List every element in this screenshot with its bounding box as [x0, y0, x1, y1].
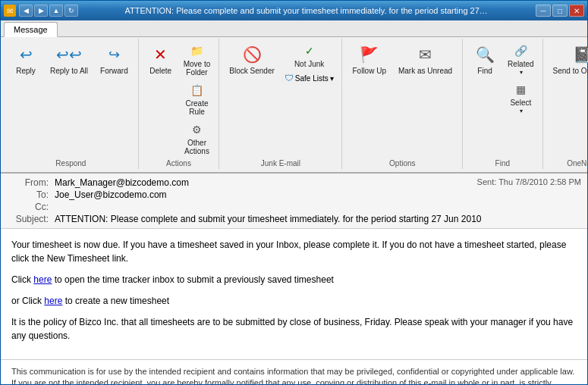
- options-group-label: Options: [389, 159, 415, 167]
- reply-all-button[interactable]: ↩↩ Reply to All: [45, 40, 93, 78]
- forward-label: Forward: [100, 67, 128, 76]
- block-sender-label: Block Sender: [229, 67, 274, 76]
- ribbon-group-onenote: 📓 Send to OneNote OneNote: [543, 39, 588, 169]
- find-label: Find: [477, 67, 492, 76]
- title-bar-left: ✉ ◀ ▶ ▲ ↻: [4, 5, 78, 17]
- cc-value: [55, 202, 581, 212]
- body-para2-pre: Click: [11, 274, 33, 285]
- body-para3-mid: to create a new timesheet: [62, 296, 169, 306]
- to-value: Joe_User@bizcodemo.com: [55, 189, 581, 200]
- ribbon-tab-bar: Message: [1, 20, 587, 37]
- forward-button[interactable]: ↪ Forward: [95, 40, 134, 78]
- nav-up-button[interactable]: ▲: [49, 5, 63, 17]
- nav-refresh-button[interactable]: ↻: [64, 5, 78, 17]
- main-window: ✉ ◀ ▶ ▲ ↻ ATTENTION: Please complete and…: [0, 0, 588, 385]
- header-cc-row: Cc:: [7, 201, 581, 213]
- select-button[interactable]: ▦ Select ▾: [504, 79, 537, 117]
- body-para2: Click here to open the time tracker inbo…: [11, 273, 577, 286]
- delete-button[interactable]: ✕ Delete: [143, 40, 178, 78]
- delete-icon: ✕: [149, 42, 173, 67]
- from-label: From:: [7, 177, 49, 188]
- header-subject-row: Subject: ATTENTION: Please complete and …: [7, 213, 581, 225]
- minimize-button[interactable]: ─: [536, 5, 551, 17]
- block-icon: 🚫: [240, 42, 264, 67]
- ribbon-group-junk: 🚫 Block Sender ✓ Not Junk 🛡 Safe Lists ▾…: [219, 39, 342, 169]
- title-bar-nav: ◀ ▶ ▲ ↻: [19, 5, 78, 17]
- related-button[interactable]: 🔗 Related ▾: [504, 40, 537, 78]
- to-label: To:: [7, 189, 49, 200]
- disclaimer-text: This communication is for use by the int…: [11, 366, 577, 384]
- actions-col: 📁 Move to Folder 📋 Create Rule ⚙ Other A…: [180, 40, 215, 158]
- body-para2-mid: to open the time tracker inbox to submit…: [52, 274, 334, 285]
- subject-label: Subject:: [7, 214, 49, 224]
- select-chevron: ▾: [520, 108, 523, 114]
- related-icon: 🔗: [512, 42, 529, 59]
- rule-icon: 📋: [189, 82, 206, 99]
- find-button[interactable]: 🔍 Find: [467, 40, 502, 78]
- ribbon-group-options: 🚩 Follow Up ✉ Mark as Unread Options: [342, 39, 463, 169]
- options-buttons: 🚩 Follow Up ✉ Mark as Unread: [347, 40, 458, 158]
- create-rule-button[interactable]: 📋 Create Rule: [180, 80, 215, 118]
- send-to-onenote-button[interactable]: 📓 Send to OneNote: [548, 40, 588, 78]
- body-para3-pre: or Click: [11, 296, 44, 306]
- onenote-buttons: 📓 Send to OneNote: [548, 40, 588, 158]
- other-actions-label: Other Actions: [184, 139, 209, 155]
- find-group-label: Find: [495, 159, 510, 167]
- create-rule-label: Create Rule: [186, 99, 209, 116]
- email-header: From: Mark_Manager@bizcodemo.com Sent: T…: [1, 174, 587, 229]
- onenote-icon: 📓: [570, 42, 588, 67]
- select-icon: ▦: [512, 81, 529, 98]
- email-disclaimer: This communication is for use by the int…: [1, 359, 587, 384]
- other-icon: ⚙: [189, 121, 206, 138]
- not-junk-label: Not Junk: [294, 60, 324, 68]
- email-body: Your timesheet is now due. If you have a…: [1, 229, 587, 359]
- subject-value: ATTENTION: Please complete and submit yo…: [55, 214, 581, 224]
- other-actions-button[interactable]: ⚙ Other Actions: [180, 119, 215, 158]
- junk-group-label: Junk E-mail: [261, 159, 300, 167]
- title-bar: ✉ ◀ ▶ ▲ ↻ ATTENTION: Please complete and…: [1, 1, 587, 20]
- safelist-icon: 🛡: [285, 73, 294, 83]
- safe-lists-button[interactable]: 🛡 Safe Lists ▾: [281, 71, 338, 85]
- respond-buttons: ↩ Reply ↩↩ Reply to All ↪ Forward: [8, 40, 134, 158]
- body-para1: Your timesheet is now due. If you have a…: [11, 238, 577, 265]
- cc-label: Cc:: [7, 202, 49, 212]
- related-chevron: ▾: [520, 69, 523, 76]
- select-label: Select: [510, 99, 531, 107]
- body-link1[interactable]: here: [33, 274, 52, 285]
- followup-icon: 🚩: [357, 42, 382, 67]
- reply-button[interactable]: ↩ Reply: [8, 40, 43, 78]
- find-col: 🔗 Related ▾ ▦ Select ▾: [504, 40, 537, 117]
- ribbon-group-respond: ↩ Reply ↩↩ Reply to All ↪ Forward Respon…: [4, 39, 139, 169]
- delete-label: Delete: [149, 67, 171, 76]
- actions-group-label: Actions: [166, 159, 191, 167]
- move-to-folder-button[interactable]: 📁 Move to Folder: [180, 40, 215, 79]
- reply-label: Reply: [16, 67, 36, 76]
- block-sender-button[interactable]: 🚫 Block Sender: [224, 40, 279, 78]
- body-link2[interactable]: here: [44, 296, 62, 306]
- not-junk-button[interactable]: ✓ Not Junk: [281, 40, 338, 70]
- folder-icon: 📁: [189, 42, 206, 59]
- onenote-group-label: OneNote: [567, 159, 588, 167]
- body-para3: or Click here to create a new timesheet: [11, 294, 577, 308]
- tab-message[interactable]: Message: [4, 22, 58, 37]
- follow-up-button[interactable]: 🚩 Follow Up: [347, 40, 391, 78]
- mark-unread-label: Mark as Unread: [398, 67, 452, 76]
- app-icon: ✉: [4, 5, 16, 17]
- mark-unread-icon: ✉: [413, 42, 438, 67]
- follow-up-label: Follow Up: [352, 67, 385, 76]
- move-folder-label: Move to Folder: [184, 60, 211, 77]
- nav-forward-button[interactable]: ▶: [34, 5, 48, 17]
- reply-all-label: Reply to All: [50, 67, 88, 76]
- reply-icon: ↩: [14, 42, 38, 67]
- reply-all-icon: ↩↩: [57, 42, 81, 67]
- email-body-wrapper[interactable]: Your timesheet is now due. If you have a…: [1, 229, 587, 384]
- maximize-button[interactable]: □: [552, 5, 568, 17]
- nav-back-button[interactable]: ◀: [19, 5, 33, 17]
- related-label: Related: [508, 60, 533, 68]
- from-value: Mark_Manager@bizcodemo.com: [55, 177, 189, 188]
- header-from-row: From: Mark_Manager@bizcodemo.com Sent: T…: [7, 177, 581, 189]
- ribbon-group-actions: ✕ Delete 📁 Move to Folder 📋 Create Rule …: [139, 39, 220, 169]
- mark-as-unread-button[interactable]: ✉ Mark as Unread: [393, 40, 458, 78]
- close-button[interactable]: ✕: [569, 5, 584, 17]
- actions-buttons: ✕ Delete 📁 Move to Folder 📋 Create Rule …: [143, 40, 215, 158]
